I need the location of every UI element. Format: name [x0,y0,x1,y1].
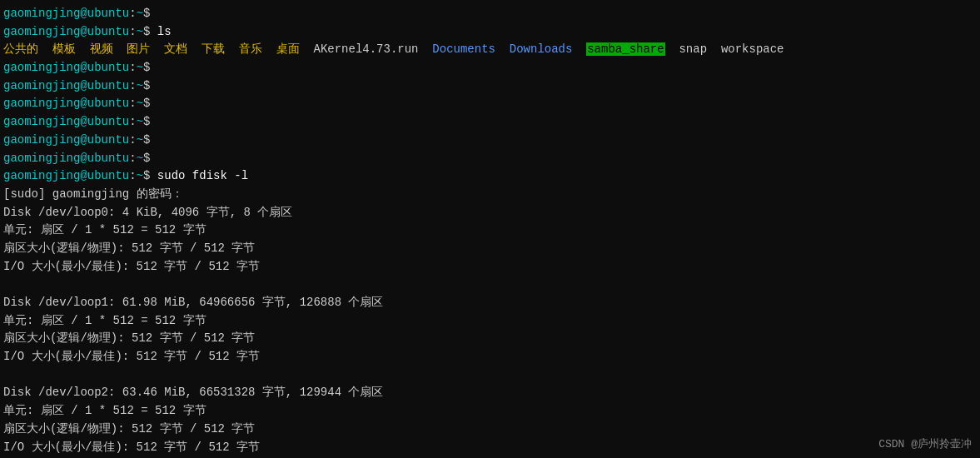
terminal-line: gaomingjing@ubuntu:~$ sudo fdisk -l [3,167,977,186]
watermark: CSDN @庐州拎壶冲 [878,436,972,451]
blank-line [3,366,977,385]
terminal-line: gaomingjing@ubuntu:~$ [3,77,977,96]
disk-info: 单元: 扇区 / 1 * 512 = 512 字节 [3,402,977,421]
terminal-line: gaomingjing@ubuntu:~$ [3,5,977,23]
sudo-prompt: [sudo] gaomingjing 的密码： [3,186,977,204]
terminal-line: gaomingjing@ubuntu:~$ [3,59,977,77]
disk-info: 单元: 扇区 / 1 * 512 = 512 字节 [3,222,977,240]
terminal-line: gaomingjing@ubuntu:~$ [3,132,977,150]
disk-info: Disk /dev/loop1: 61.98 MiB, 64966656 字节,… [3,294,977,312]
terminal-line: gaomingjing@ubuntu:~$ ls [3,23,977,42]
disk-info: I/O 大小(最小/最佳): 512 字节 / 512 字节 [3,258,977,276]
ls-output: 公共的 模板 视频 图片 文档 下载 音乐 桌面 AKernel4.73.run… [3,41,977,59]
disk-info: I/O 大小(最小/最佳): 512 字节 / 512 字节 [3,348,977,366]
disk-info: 单元: 扇区 / 1 * 512 = 512 字节 [3,312,977,331]
disk-info: Disk /dev/loop2: 63.46 MiB, 66531328 字节,… [3,384,977,402]
terminal-line: gaomingjing@ubuntu:~$ [3,95,977,113]
disk-info: 扇区大小(逻辑/物理): 512 字节 / 512 字节 [3,240,977,258]
disk-info: 扇区大小(逻辑/物理): 512 字节 / 512 字节 [3,421,977,439]
disk-info: 扇区大小(逻辑/物理): 512 字节 / 512 字节 [3,330,977,348]
disk-info: I/O 大小(最小/最佳): 512 字节 / 512 字节 [3,439,977,457]
blank-line [3,276,977,294]
terminal-line: gaomingjing@ubuntu:~$ [3,113,977,132]
disk-info: Disk /dev/loop0: 4 KiB, 4096 字节, 8 个扇区 [3,204,977,222]
terminal[interactable]: gaomingjing@ubuntu:~$ gaomingjing@ubuntu… [0,0,980,458]
terminal-line: gaomingjing@ubuntu:~$ [3,150,977,168]
